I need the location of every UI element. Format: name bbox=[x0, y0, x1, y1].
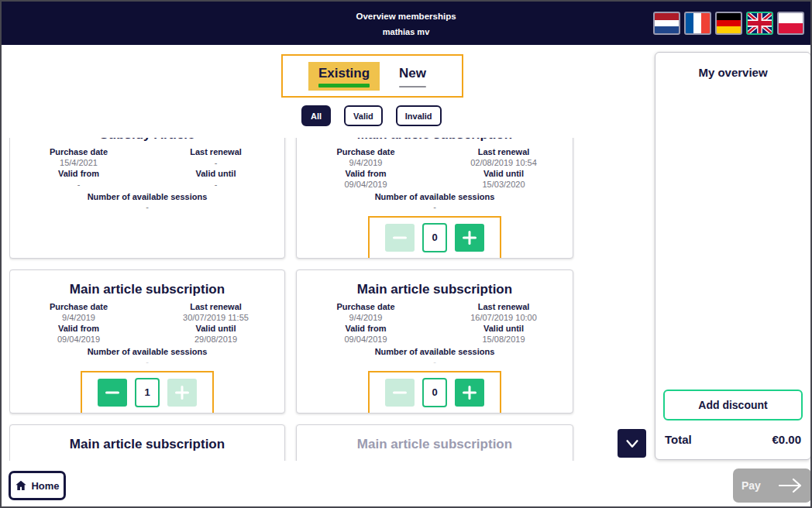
membership-card: Main article subscription bbox=[296, 424, 573, 461]
card-title: Main article subscription bbox=[297, 138, 573, 144]
membership-card: Main article subscription bbox=[9, 424, 285, 461]
valid-from-value: - bbox=[10, 179, 147, 190]
minus-icon bbox=[105, 392, 119, 394]
language-selector bbox=[653, 12, 804, 35]
purchase-date-value: 15/4/2021 bbox=[10, 157, 147, 168]
valid-until-value: - bbox=[147, 179, 284, 190]
filter-all-button[interactable]: All bbox=[301, 105, 331, 126]
valid-until-label: Valid until bbox=[147, 323, 284, 334]
membership-card: Main article subscription Purchase date … bbox=[296, 269, 573, 414]
united-kingdom-flag-icon[interactable] bbox=[746, 12, 773, 35]
filter-valid-button[interactable]: Valid bbox=[344, 105, 383, 126]
sessions-value: - bbox=[297, 357, 573, 367]
tab-existing[interactable]: Existing bbox=[308, 62, 380, 91]
membership-card: Main article subscription Purchase date … bbox=[296, 138, 573, 259]
valid-until-label: Valid until bbox=[435, 323, 573, 334]
purchase-date-label: Purchase date bbox=[297, 301, 435, 312]
valid-from-value: 09/04/2019 bbox=[297, 179, 435, 190]
minus-icon bbox=[393, 392, 407, 394]
inactive-tab-underline bbox=[399, 86, 426, 88]
increase-button[interactable] bbox=[455, 379, 484, 407]
increase-button[interactable] bbox=[167, 379, 197, 407]
tab-new[interactable]: New bbox=[389, 62, 436, 91]
purchase-date-value: 9/4/2019 bbox=[10, 312, 147, 323]
last-renewal-value: 02/08/2019 10:54 bbox=[435, 157, 573, 168]
valid-until-value: 15/03/2020 bbox=[435, 179, 573, 190]
membership-card: Subsidy Article Purchase date 15/4/2021 … bbox=[9, 138, 285, 259]
card-title: Main article subscription bbox=[297, 435, 573, 454]
last-renewal-label: Last renewal bbox=[435, 301, 573, 312]
total-label: Total bbox=[665, 433, 692, 446]
plus-icon bbox=[469, 231, 471, 245]
membership-type-tabs: Existing New bbox=[281, 54, 463, 98]
filter-invalid-button[interactable]: Invalid bbox=[396, 105, 442, 126]
add-discount-button[interactable]: Add discount bbox=[663, 390, 803, 420]
plus-icon bbox=[469, 386, 471, 400]
home-icon bbox=[15, 479, 27, 492]
valid-from-value: 09/04/2019 bbox=[10, 334, 147, 345]
quantity-value[interactable]: 0 bbox=[422, 223, 447, 252]
total-value: €0.00 bbox=[772, 433, 801, 446]
decrease-button[interactable] bbox=[98, 379, 127, 407]
last-renewal-value: 16/07/2019 10:00 bbox=[435, 312, 573, 323]
valid-from-label: Valid from bbox=[297, 323, 435, 334]
card-title: Main article subscription bbox=[297, 280, 573, 299]
sessions-label: Number of available sessions bbox=[10, 346, 284, 357]
netherlands-flag-icon[interactable] bbox=[653, 12, 680, 35]
sessions-label: Number of available sessions bbox=[297, 346, 573, 357]
decrease-button[interactable] bbox=[385, 379, 415, 407]
last-renewal-label: Last renewal bbox=[435, 146, 573, 157]
quantity-value[interactable]: 1 bbox=[135, 378, 160, 407]
memberships-scroll-area[interactable]: Subsidy Article Purchase date 15/4/2021 … bbox=[9, 138, 575, 461]
purchase-date-value: 9/4/2019 bbox=[297, 312, 435, 323]
membership-card: Main article subscription Purchase date … bbox=[9, 269, 285, 414]
valid-from-label: Valid from bbox=[10, 323, 147, 334]
sessions-label: Number of available sessions bbox=[10, 191, 284, 202]
last-renewal-label: Last renewal bbox=[147, 301, 284, 312]
sessions-label: Number of available sessions bbox=[297, 191, 573, 202]
my-overview-panel: My overview Add discount Total €0.00 bbox=[655, 52, 811, 460]
arrow-right-icon bbox=[778, 477, 803, 494]
decrease-button[interactable] bbox=[385, 224, 415, 252]
top-bar: Overview memberships mathias mv bbox=[2, 2, 810, 45]
last-renewal-value: - bbox=[147, 157, 284, 168]
last-renewal-value: 30/07/2019 11:55 bbox=[147, 312, 284, 323]
scroll-down-button[interactable] bbox=[618, 429, 646, 458]
germany-flag-icon[interactable] bbox=[715, 12, 742, 35]
pay-button[interactable]: Pay bbox=[733, 469, 811, 503]
valid-until-label: Valid until bbox=[147, 168, 284, 179]
plus-icon bbox=[181, 386, 184, 400]
quantity-stepper: 1 bbox=[81, 371, 214, 414]
card-title: Subsidy Article bbox=[10, 138, 284, 144]
total-row: Total €0.00 bbox=[665, 433, 801, 446]
home-button[interactable]: Home bbox=[9, 471, 66, 500]
sessions-value: - bbox=[10, 357, 284, 367]
active-tab-underline bbox=[318, 84, 370, 88]
valid-until-value: 15/08/2019 bbox=[435, 334, 573, 345]
purchase-date-value: 9/4/2019 bbox=[297, 157, 435, 168]
memberships-grid: Subsidy Article Purchase date 15/4/2021 … bbox=[9, 138, 575, 461]
quantity-stepper: 0 bbox=[368, 371, 501, 414]
purchase-date-label: Purchase date bbox=[10, 301, 147, 312]
quantity-value[interactable]: 0 bbox=[422, 378, 447, 407]
valid-from-label: Valid from bbox=[297, 168, 435, 179]
card-title: Main article subscription bbox=[10, 280, 284, 299]
valid-from-label: Valid from bbox=[10, 168, 147, 179]
last-renewal-label: Last renewal bbox=[147, 146, 284, 157]
poland-flag-icon[interactable] bbox=[777, 12, 804, 35]
quantity-stepper: 0 bbox=[368, 216, 501, 259]
sessions-value: - bbox=[297, 202, 573, 212]
card-title: Main article subscription bbox=[10, 435, 284, 454]
valid-until-label: Valid until bbox=[435, 168, 573, 179]
purchase-date-label: Purchase date bbox=[10, 146, 147, 157]
overview-title: My overview bbox=[655, 66, 810, 79]
france-flag-icon[interactable] bbox=[684, 12, 711, 35]
valid-from-value: 09/04/2019 bbox=[297, 334, 435, 345]
valid-until-value: 29/08/2019 bbox=[147, 334, 284, 345]
increase-button[interactable] bbox=[455, 224, 484, 252]
validity-filters: All Valid Invalid bbox=[301, 105, 442, 126]
chevron-down-icon bbox=[624, 435, 641, 452]
minus-icon bbox=[393, 237, 407, 239]
pay-button-label: Pay bbox=[741, 479, 761, 492]
purchase-date-label: Purchase date bbox=[297, 146, 435, 157]
